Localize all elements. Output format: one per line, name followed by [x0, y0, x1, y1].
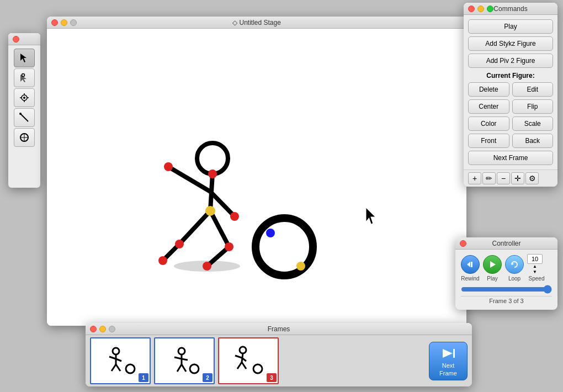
svg-line-41 [109, 357, 116, 359]
next-frame-arrow-icon [440, 346, 456, 361]
minus-icon-button[interactable]: − [497, 172, 510, 184]
arrow-alt-cursor-icon [19, 72, 30, 83]
frames-traffic-lights [90, 326, 115, 332]
svg-point-31 [225, 242, 233, 251]
scale-button[interactable]: Scale [512, 116, 554, 131]
tools-content [8, 45, 40, 150]
select-tool-button[interactable] [14, 49, 35, 67]
commands-close-button[interactable] [468, 6, 475, 12]
select-alt-tool-button[interactable] [14, 68, 35, 87]
controller-labels: Rewind Play Loop Speed [461, 276, 552, 282]
controller-close-button[interactable] [460, 240, 466, 247]
front-button[interactable]: Front [468, 134, 509, 148]
stage-titlebar: ◇ Untitled Stage [47, 17, 466, 29]
flip-button[interactable]: Flip [512, 99, 554, 114]
center-button[interactable]: Center [468, 99, 509, 114]
svg-marker-1 [20, 75, 26, 82]
play-icon [488, 260, 497, 269]
next-frame-label: Next [442, 362, 455, 369]
next-frame-button[interactable]: Next Frame [429, 342, 468, 380]
svg-rect-36 [471, 262, 472, 267]
svg-marker-60 [443, 349, 453, 358]
svg-line-43 [111, 364, 116, 371]
delete-button[interactable]: Delete [468, 82, 509, 97]
transform-tool-button[interactable] [14, 88, 35, 107]
edit-button[interactable]: Edit [512, 82, 554, 97]
play-label: Play [483, 276, 502, 282]
svg-marker-34 [367, 208, 375, 224]
add-piv2-button[interactable]: Add Piv 2 Figure [468, 54, 553, 68]
controller-buttons: 10 ▲ ▼ [461, 254, 552, 274]
svg-point-2 [22, 74, 25, 77]
frames-zoom-button[interactable] [109, 326, 115, 332]
svg-point-10 [19, 113, 22, 115]
arrow-cursor-icon [19, 52, 30, 63]
speed-up-button[interactable]: ▲ [533, 264, 537, 269]
play-ctrl-button[interactable] [483, 255, 502, 274]
edit-icon-button[interactable]: ✏ [482, 172, 496, 184]
tools-traffic-lights [13, 36, 19, 43]
frame-1-badge: 1 [139, 373, 148, 382]
svg-point-46 [178, 348, 185, 354]
play-button[interactable]: Play [468, 19, 553, 34]
stage-zoom-button[interactable] [70, 19, 77, 26]
svg-marker-35 [467, 262, 470, 267]
rewind-button[interactable] [461, 255, 480, 274]
svg-point-52 [190, 364, 199, 373]
stage-close-button[interactable] [51, 19, 58, 26]
frame-3-thumb[interactable]: 3 [218, 337, 279, 384]
svg-line-9 [20, 114, 28, 121]
stage-window: ◇ Untitled Stage [47, 17, 466, 326]
move-icon-button[interactable]: ✛ [511, 172, 524, 184]
line-tool-button[interactable] [14, 108, 35, 127]
tools-close-button[interactable] [13, 36, 19, 43]
speed-value[interactable]: 10 [527, 254, 543, 264]
frame-2-badge: 2 [203, 373, 213, 382]
commands-minimize-button[interactable] [477, 6, 484, 12]
loop-label: Loop [505, 276, 524, 282]
add-icon-button[interactable]: + [468, 172, 481, 184]
playback-slider[interactable] [461, 285, 552, 294]
frame-3-badge: 3 [267, 373, 277, 382]
svg-line-55 [235, 356, 242, 358]
stage-traffic-lights [51, 19, 77, 26]
controller-title: Controller [492, 240, 520, 247]
stage-svg [47, 29, 466, 326]
commands-zoom-button[interactable] [487, 6, 493, 12]
loop-button[interactable] [505, 255, 524, 274]
center-flip-row: Center Flip [468, 99, 553, 114]
commands-content: Play Add Stykz Figure Add Piv 2 Figure C… [464, 15, 557, 169]
back-button[interactable]: Back [512, 134, 554, 148]
commands-titlebar: Commands [464, 3, 557, 15]
svg-line-57 [237, 362, 242, 369]
svg-point-39 [113, 348, 119, 354]
controller-content: 10 ▲ ▼ Rewind Play Loop Speed Frame 3 of… [455, 250, 557, 310]
svg-line-49 [182, 359, 188, 360]
next-frame-label2: Frame [439, 370, 457, 377]
svg-line-48 [174, 357, 182, 359]
frames-close-button[interactable] [90, 326, 97, 332]
frame-1-thumb[interactable]: 1 [90, 337, 151, 384]
svg-line-24 [210, 211, 229, 247]
speed-down-button[interactable]: ▼ [533, 269, 537, 275]
stage-canvas[interactable] [47, 29, 466, 326]
color-button[interactable]: Color [468, 116, 509, 131]
svg-marker-37 [490, 261, 496, 268]
controller-titlebar: Controller [455, 237, 557, 250]
circle-tool-button[interactable] [14, 128, 35, 147]
current-figure-label: Current Figure: [468, 72, 553, 80]
svg-line-22 [179, 211, 210, 244]
frames-minimize-button[interactable] [99, 326, 106, 332]
add-stykz-button[interactable]: Add Stykz Figure [468, 36, 553, 51]
front-back-row: Front Back [468, 134, 553, 148]
next-frame-button[interactable]: Next Frame [468, 151, 553, 165]
stage-minimize-button[interactable] [61, 19, 67, 26]
frames-title: Frames [268, 325, 290, 333]
frame-2-thumb[interactable]: 2 [154, 337, 215, 384]
svg-line-50 [177, 364, 182, 372]
tools-titlebar [8, 33, 40, 45]
circle-tool-icon [19, 132, 30, 143]
tools-panel [8, 33, 40, 188]
loop-icon [510, 260, 519, 269]
settings-icon-button[interactable]: ⚙ [525, 172, 539, 184]
